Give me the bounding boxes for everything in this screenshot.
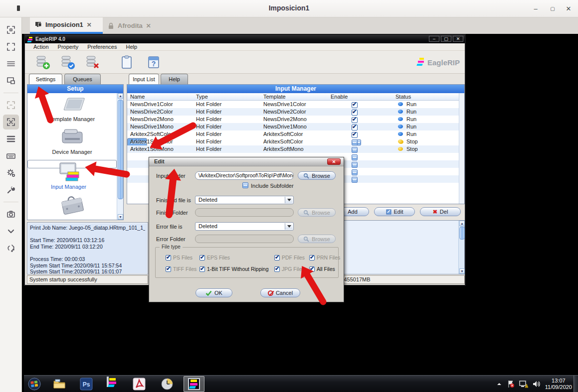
show-desktop-button[interactable] (574, 376, 578, 392)
menu-help[interactable]: Help (121, 43, 142, 50)
dropdown-arrow-icon[interactable] (285, 223, 293, 230)
tab-imposicion1[interactable]: Imposicion1 ✕ (30, 17, 103, 34)
browse-input-button[interactable]: Browse (298, 171, 336, 180)
capture-region-icon[interactable] (3, 22, 19, 37)
setup-item-template-manager[interactable]: Template Manager (27, 96, 117, 122)
tab-settings[interactable]: Settings (29, 74, 62, 84)
scroll-down-icon[interactable]: ▼ (118, 214, 123, 220)
table-row-Arkitex1SoftColor[interactable]: Arkitex1SoftColorHot FolderArkitexSoftCo… (127, 138, 459, 145)
enable-checkbox[interactable] (352, 169, 358, 175)
eaglerip-taskbar-icon[interactable] (107, 378, 120, 391)
file-type-all-files[interactable]: All Files (309, 266, 335, 272)
close-button[interactable]: ✕ (563, 4, 574, 13)
enable-checkbox[interactable] (352, 147, 358, 153)
enable-checkbox[interactable] (352, 177, 358, 183)
setup-scrollbar[interactable]: ▲ ▼ (117, 93, 123, 220)
screenshot-camera-icon[interactable] (3, 207, 19, 222)
fit-window-icon[interactable] (3, 56, 19, 71)
enable-checkbox[interactable] (352, 132, 358, 138)
checkbox[interactable] (199, 266, 205, 272)
table-row-NewsDrive2Mono[interactable]: NewsDrive2MonoHot FolderNewsDrive2MonoRu… (127, 116, 459, 123)
start-input-icon[interactable] (60, 54, 76, 70)
eaglerip-close-button[interactable]: ✕ (453, 36, 463, 42)
enable-checkbox[interactable] (352, 102, 358, 108)
dialog-close-button[interactable]: ✕ (327, 158, 341, 165)
disconnect-icon[interactable] (3, 241, 19, 256)
tray-expand-icon[interactable] (496, 382, 502, 386)
column-name[interactable]: Name (130, 94, 145, 100)
preferences-gears-icon[interactable] (3, 165, 19, 180)
fullscreen-icon[interactable] (3, 39, 19, 54)
error-file-select[interactable]: Deleted (195, 222, 294, 231)
enable-checkbox[interactable] (352, 162, 358, 168)
scroll-thumb[interactable] (118, 100, 123, 199)
finished-file-select[interactable]: Deleted (195, 196, 294, 204)
column-status[interactable]: Status (395, 94, 411, 100)
help-icon[interactable]: ? (146, 54, 162, 70)
stop-input-icon[interactable] (85, 54, 101, 70)
speaker-icon[interactable] (533, 381, 541, 388)
enable-checkbox[interactable] (352, 139, 358, 145)
setup-item-input-manager[interactable]: Input Manager (27, 160, 117, 168)
input-folder-field[interactable]: \ArkitexDirector\Softproof\ToRip\Pdf\Mon… (195, 171, 294, 180)
table-row-NewsDrive1Color[interactable]: NewsDrive1ColorHot FolderNewsDrive1Color… (127, 101, 459, 108)
table-row-NewsDrive2Color[interactable]: NewsDrive2ColorHot FolderNewsDrive2Color… (127, 108, 459, 116)
checkbox[interactable] (309, 266, 315, 272)
tab-queues[interactable]: Queues (64, 74, 101, 84)
explorer-folder-icon[interactable] (53, 378, 66, 391)
start-button[interactable] (28, 378, 41, 391)
dynamic-resolution-icon[interactable] (3, 98, 19, 113)
acrobat-icon[interactable] (133, 378, 146, 391)
scroll-up-icon[interactable]: ▲ (459, 221, 465, 226)
network-warning-icon[interactable]: ! (519, 380, 528, 388)
delete-button[interactable]: ✖Del (420, 207, 461, 216)
table-row-NewsDrive1Mono[interactable]: NewsDrive1MonoHot FolderNewsDrive1MonoRu… (127, 123, 459, 131)
column-enable[interactable]: Enable (331, 94, 348, 100)
dropdown-arrow-icon[interactable] (285, 197, 293, 203)
file-type-1-bit-tiff-without-ripping[interactable]: 1-Bit TIFF Without Ripping (199, 266, 269, 272)
keyboard-icon[interactable] (3, 148, 19, 163)
enable-checkbox[interactable] (352, 110, 358, 116)
clock-app-icon[interactable] (161, 378, 174, 391)
setup-item-device-manager[interactable]: Device Manager (27, 127, 117, 155)
menu-preferences[interactable]: Preferences (83, 43, 121, 50)
edit-button[interactable]: Edit (374, 207, 415, 216)
cancel-button[interactable]: Cancel (260, 288, 300, 297)
include-subfolder-checkbox[interactable] (242, 182, 248, 188)
scroll-up-icon[interactable]: ▲ (118, 93, 123, 99)
scroll-down-icon[interactable]: ▼ (459, 268, 465, 274)
table-row-Arkitex1SoftMono[interactable]: Arkitex1SoftMonoHot FolderArkitexSoftMon… (127, 145, 459, 153)
table-row-Arkitex2SoftColor[interactable]: Arkitex2SoftColorHot FolderArkitexSoftCo… (127, 131, 459, 138)
photoshop-icon[interactable]: Ps (80, 378, 93, 391)
action-center-flag-icon[interactable] (507, 380, 515, 388)
enable-checkbox[interactable] (352, 117, 358, 123)
tab-input-list[interactable]: Input List (129, 74, 159, 84)
eaglerip-titlebar[interactable]: EagleRIP 4.0 – ▢ ✕ (25, 35, 465, 43)
multi-monitor-icon[interactable] (3, 73, 19, 88)
setup-item-tool-box[interactable]: Tool Box (27, 193, 117, 220)
enable-checkbox[interactable] (352, 125, 358, 131)
scaled-mode-icon[interactable] (3, 115, 19, 130)
eaglerip-active-task[interactable] (184, 376, 204, 392)
scroll-thumb[interactable] (459, 227, 465, 240)
tab-afrodita[interactable]: Afrodita ✕ (103, 17, 173, 34)
chevron-down-icon[interactable] (3, 224, 19, 239)
maximize-button[interactable]: ▢ (547, 4, 558, 13)
tools-wrench-icon[interactable] (3, 182, 19, 197)
column-template[interactable]: Template (263, 94, 286, 100)
message-scrollbar[interactable]: ▲ ▼ (458, 221, 464, 274)
column-type[interactable]: Type (196, 94, 208, 100)
menu-property[interactable]: Property (53, 43, 83, 50)
report-icon[interactable] (119, 54, 135, 70)
tab-help[interactable]: Help (161, 74, 188, 84)
eaglerip-minimize-button[interactable]: – (429, 36, 439, 42)
eaglerip-maximize-button[interactable]: ▢ (441, 36, 451, 42)
enable-checkbox[interactable] (352, 154, 358, 160)
tab-close-icon[interactable]: ✕ (146, 22, 151, 29)
tab-close-icon[interactable]: ✕ (87, 21, 92, 28)
add-input-icon[interactable] (35, 54, 51, 70)
ok-button[interactable]: OK (195, 288, 232, 297)
minimize-button[interactable]: – (530, 4, 541, 13)
table-scrollbar[interactable] (459, 93, 464, 204)
menu-action[interactable]: Action (29, 43, 53, 50)
